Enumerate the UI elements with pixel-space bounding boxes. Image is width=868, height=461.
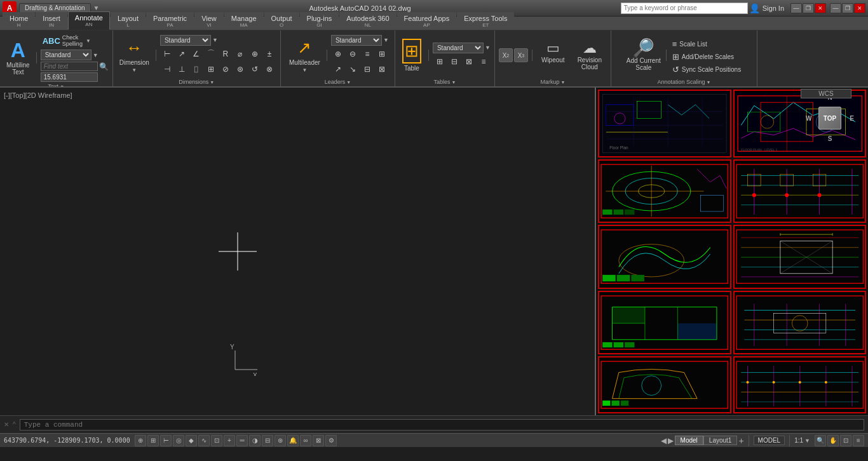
dim-arc-btn[interactable]: ⌒ bbox=[204, 47, 218, 61]
qprops-btn[interactable]: ⊟ bbox=[262, 435, 273, 446]
leader-tool2-btn[interactable]: ↘ bbox=[346, 62, 360, 76]
tab-output[interactable]: Output O bbox=[264, 12, 299, 30]
multileader-btn[interactable]: ↗ Multileader ▼ bbox=[287, 37, 323, 74]
preview-cell-r4c2[interactable] bbox=[733, 291, 867, 354]
dynmode-btn[interactable]: + bbox=[224, 435, 235, 446]
scale-list-btn[interactable]: ≡ Scale List bbox=[670, 39, 743, 50]
markup-group-arrow[interactable]: ▼ bbox=[561, 80, 566, 84]
find-text-input[interactable] bbox=[41, 62, 98, 71]
next-page-btn[interactable]: ▶ bbox=[668, 436, 674, 445]
text-style-select[interactable]: Standard bbox=[41, 50, 92, 60]
leaders-group-label[interactable]: Leaders ▼ bbox=[285, 77, 391, 85]
model-tab[interactable]: Model bbox=[675, 436, 703, 445]
leader-style-dropdown[interactable]: ▼ bbox=[383, 37, 389, 43]
table-style-dropdown[interactable]: ▼ bbox=[485, 44, 491, 51]
check-spelling-btn[interactable]: ABC CheckSpelling ▼ bbox=[41, 33, 109, 48]
multiline-text-btn[interactable]: A MultilineText bbox=[4, 39, 32, 77]
annotation-scaling-label[interactable]: Annotation Scaling ▼ bbox=[615, 77, 753, 85]
customize-btn[interactable]: ≡ bbox=[853, 435, 864, 446]
tab-express[interactable]: Express Tools ET bbox=[457, 12, 514, 30]
dim-style-dropdown[interactable]: ▼ bbox=[212, 37, 218, 43]
dim-adjust-btn[interactable]: ⊞ bbox=[204, 62, 218, 76]
preview-cell-r5c1[interactable] bbox=[598, 356, 731, 413]
workspace-dropdown-arrow[interactable]: ▼ bbox=[93, 4, 100, 11]
preview-cell-r5c2[interactable] bbox=[733, 356, 867, 413]
leaders-group-arrow[interactable]: ▼ bbox=[346, 80, 351, 84]
fullscreen-btn[interactable]: ⊡ bbox=[840, 435, 851, 446]
tab-featured[interactable]: Featured Apps AP bbox=[397, 12, 457, 30]
qview-btn[interactable]: ⊠ bbox=[313, 435, 324, 446]
ducs-btn[interactable]: ⊡ bbox=[211, 435, 222, 446]
preview-cell-r2c2[interactable] bbox=[733, 159, 867, 223]
cmd-close-icon[interactable]: ✕ bbox=[4, 421, 9, 428]
polar-btn[interactable]: ◎ bbox=[173, 435, 184, 446]
tab-view[interactable]: View VI bbox=[194, 12, 224, 30]
left-viewport[interactable]: [-][Top][2D Wireframe] X Y bbox=[0, 88, 595, 415]
tab-annotate[interactable]: Annotate AN bbox=[68, 11, 110, 30]
layout1-tab[interactable]: Layout1 bbox=[703, 436, 738, 445]
lineweight-btn[interactable]: ═ bbox=[236, 435, 248, 446]
selcycle-btn[interactable]: ⊛ bbox=[275, 435, 286, 446]
dim-ordinate-btn[interactable]: ⊕ bbox=[248, 47, 262, 61]
transparency-btn[interactable]: ◑ bbox=[249, 435, 261, 446]
command-input[interactable] bbox=[20, 419, 864, 431]
wipeout-btn[interactable]: ▭ Wipeout bbox=[536, 39, 570, 72]
leader-add-btn[interactable]: ⊕ bbox=[331, 47, 345, 61]
dim-update-btn[interactable]: ↺ bbox=[248, 62, 262, 76]
markup-group-label[interactable]: Markup ▼ bbox=[499, 77, 607, 85]
table-tool3-btn[interactable]: ⊠ bbox=[462, 55, 476, 69]
workspace-btn[interactable]: ⚙ bbox=[325, 435, 337, 446]
leader-tool4-btn[interactable]: ⊠ bbox=[375, 62, 389, 76]
preview-cell-r4c1[interactable] bbox=[598, 291, 731, 354]
search-input[interactable] bbox=[621, 3, 748, 14]
dim-style-select[interactable]: Standard bbox=[160, 35, 211, 46]
prev-page-btn[interactable]: ◀ bbox=[661, 436, 667, 445]
table-tool4-btn[interactable]: ≡ bbox=[477, 55, 491, 69]
leader-tool1-btn[interactable]: ↗ bbox=[331, 62, 345, 76]
revision-cloud-btn[interactable]: ☁ RevisionCloud bbox=[573, 39, 607, 72]
find-text-search-icon[interactable]: 🔍 bbox=[99, 62, 109, 71]
model-indicator[interactable]: MODEL bbox=[754, 436, 785, 445]
dim-oblique-btn[interactable]: ⊘ bbox=[219, 62, 233, 76]
app-restore-btn[interactable]: ❐ bbox=[803, 3, 814, 13]
leader-tool3-btn[interactable]: ⊟ bbox=[360, 62, 374, 76]
leader-collect-btn[interactable]: ⊞ bbox=[375, 47, 389, 61]
text-group-label[interactable]: Text ▼ bbox=[4, 82, 109, 88]
dimension-dropdown[interactable]: ▼ bbox=[132, 67, 137, 73]
tables-group-label[interactable]: Tables ▼ bbox=[399, 77, 491, 85]
annotation-scaling-arrow[interactable]: ▼ bbox=[707, 80, 711, 84]
text-height-input[interactable] bbox=[41, 72, 98, 82]
dim-baseline-btn[interactable]: ⊥ bbox=[175, 62, 189, 76]
dimensions-group-arrow[interactable]: ▼ bbox=[210, 80, 214, 84]
x3-btn[interactable]: X3 bbox=[514, 48, 528, 62]
units-btn[interactable]: ∞ bbox=[300, 435, 311, 446]
wcs-label[interactable]: WCS bbox=[801, 89, 851, 98]
osnap-btn[interactable]: ◆ bbox=[186, 435, 197, 446]
zoom-btn[interactable]: 🔍 bbox=[815, 435, 826, 446]
preview-cell-r2c1[interactable] bbox=[598, 159, 731, 223]
otrack-btn[interactable]: ∿ bbox=[198, 435, 210, 446]
preview-cell-r3c1[interactable] bbox=[598, 225, 731, 288]
cmd-expand-icon[interactable]: ^ bbox=[13, 421, 16, 428]
add-layout-btn[interactable]: + bbox=[738, 436, 743, 446]
tab-layout[interactable]: Layout L bbox=[111, 12, 146, 30]
tab-home[interactable]: Home H bbox=[3, 12, 35, 30]
dimensions-group-label[interactable]: Dimensions ▼ bbox=[117, 77, 276, 85]
dim-angular-btn[interactable]: ∠ bbox=[189, 47, 203, 61]
check-spelling-dropdown[interactable]: ▼ bbox=[86, 38, 91, 44]
multileader-dropdown[interactable]: ▼ bbox=[302, 67, 307, 73]
tab-insert[interactable]: Insert IN bbox=[36, 12, 67, 30]
ortho-btn[interactable]: ⊢ bbox=[160, 435, 172, 446]
scale-dropdown[interactable]: ▼ bbox=[804, 438, 810, 444]
table-style-select[interactable]: Standard bbox=[433, 43, 484, 53]
preview-cell-r3c2[interactable] bbox=[733, 225, 867, 288]
cube-top-face[interactable]: TOP bbox=[818, 107, 841, 130]
table-tool2-btn[interactable]: ⊟ bbox=[447, 55, 461, 69]
table-tool1-btn[interactable]: ⊞ bbox=[433, 55, 447, 69]
tables-group-arrow[interactable]: ▼ bbox=[451, 80, 456, 84]
dim-radius-btn[interactable]: R bbox=[219, 47, 233, 61]
snap-btn[interactable]: ⊕ bbox=[135, 435, 146, 446]
annotmonitor-btn[interactable]: 🔔 bbox=[287, 435, 299, 446]
preview-cell-large[interactable]: Floor Plan bbox=[598, 90, 731, 157]
dim-linear-btn[interactable]: ⊢ bbox=[160, 47, 174, 61]
